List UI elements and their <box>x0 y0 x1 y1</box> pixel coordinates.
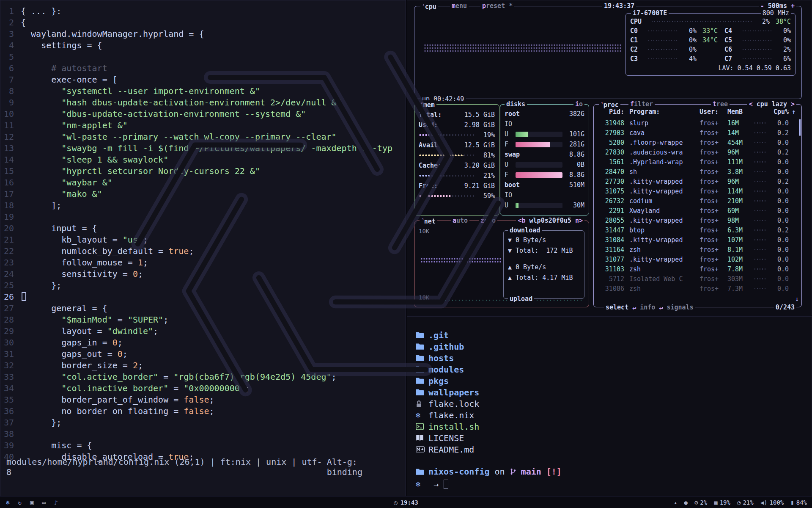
editor-line[interactable]: 2{ <box>0 17 406 28</box>
editor-line[interactable]: 5 <box>0 51 406 63</box>
editor-line[interactable]: 7 exec-once = [ <box>0 74 406 86</box>
process-row[interactable]: 31084.kitty-wrappedfros+107M0.0 <box>598 235 796 245</box>
btop-window[interactable]: ¹cpu menu preset * 19:43:37 - 500ms + i7… <box>407 0 812 315</box>
editor-line[interactable]: 35 border_part_of_window = false; <box>0 394 406 406</box>
editor-line[interactable]: 31 gaps_out = 0; <box>0 348 406 360</box>
process-row[interactable]: 31164zshfros+8.1M0.0 <box>598 245 796 254</box>
net-auto-button[interactable]: auto <box>451 217 469 224</box>
editor-line[interactable]: 18 ]; <box>0 200 406 211</box>
updates-icon[interactable]: ↻ <box>18 499 21 506</box>
editor-window[interactable]: 1{ ... }:2{3 wayland.windowManager.hyprl… <box>0 0 406 496</box>
editor-line[interactable]: 10 "dbus-update-activation-environment -… <box>0 108 406 120</box>
cpu-core-row: C20%C62% <box>630 45 791 54</box>
editor-line[interactable]: 28 "$mainMod" = "SUPER"; <box>0 314 406 326</box>
process-row[interactable]: 5280.floorp-wrappefros+454M0.0 <box>598 138 796 147</box>
cpu-module[interactable]: ⚙2% <box>694 499 707 506</box>
cpu-frequency: 800 MHz <box>761 9 791 17</box>
editor-line[interactable]: 21 kb_layout = "us"; <box>0 234 406 246</box>
line-number: 18 <box>0 200 21 211</box>
display-icon[interactable]: ▭ <box>42 499 45 506</box>
editor-line[interactable]: 15 "hyprctl setcursor Nordzy-cursors 22 … <box>0 166 406 177</box>
process-row[interactable]: 31075.kitty-wrappedfros+114M0.0 <box>598 186 796 196</box>
editor-line[interactable]: 14 "sleep 1 && swaylock" <box>0 154 406 166</box>
signals-button[interactable]: signals <box>667 304 694 311</box>
file-name: modules <box>428 364 464 375</box>
volume-module[interactable]: ◀)100% <box>760 499 784 506</box>
net-zero-button[interactable]: zero <box>479 217 497 224</box>
editor-line[interactable]: 17 "mako &" <box>0 188 406 200</box>
disk-module[interactable]: ◔21% <box>737 499 754 506</box>
io-mode-button[interactable]: io <box>573 100 584 108</box>
line-number: 19 <box>0 211 21 223</box>
editor-line[interactable]: 11 "nm-applet &" <box>0 120 406 131</box>
process-row[interactable]: 31086zshfros+7.3M0.0 <box>598 284 796 293</box>
editor-line[interactable]: 27 general = { <box>0 303 406 314</box>
editor-line[interactable]: 23 follow_mouse = 1; <box>0 257 406 268</box>
editor-line[interactable]: 6 # autostart <box>0 63 406 74</box>
line-number: 8 <box>0 86 21 97</box>
editor-line[interactable]: 26 <box>0 291 406 303</box>
editor-line[interactable]: 16 "waybar &" <box>0 177 406 188</box>
editor-line[interactable]: 29 layout = "dwindle"; <box>0 326 406 337</box>
process-row[interactable]: 26732codiumfros+210M0.0 <box>598 196 796 206</box>
process-row[interactable]: 31447btopfros+6.3M0.2 <box>598 225 796 235</box>
editor-line[interactable]: 25 }; <box>0 280 406 291</box>
menu-button[interactable]: menu <box>450 2 469 10</box>
update-interval-control[interactable]: - 500ms + <box>759 2 796 10</box>
process-row[interactable]: 31077.kitty-wrappedfros+102M0.0 <box>598 254 796 264</box>
memory-module[interactable]: ▦19% <box>714 499 730 506</box>
editor-line[interactable]: 8 "systemctl --user import-environment &… <box>0 86 406 97</box>
tray-arrow-icon[interactable]: ▴ <box>674 499 677 506</box>
net-interface-selector[interactable]: <b wlp0s20f0u5 n> <box>516 217 584 224</box>
editor-line[interactable]: 9 "hash dbus-update-activation-environme… <box>0 97 406 108</box>
code-token: ; <box>143 235 148 245</box>
scroll-down-arrow[interactable]: ↓ <box>795 295 799 303</box>
editor-line[interactable]: 38 <box>0 428 406 440</box>
filter-button[interactable]: filter <box>628 100 655 108</box>
process-row[interactable]: 31948slurpfros+16M0.0 <box>598 118 796 128</box>
editor-line[interactable]: 24 sensitivity = 0; <box>0 268 406 280</box>
editor-line[interactable]: 19 <box>0 211 406 223</box>
process-row[interactable]: 28470shfros+3.8M0.0 <box>598 167 796 177</box>
process-row[interactable]: 5712Isolated Web Cfros+303M0.0 <box>598 274 796 284</box>
tree-button[interactable]: tree <box>711 100 730 108</box>
process-row[interactable]: 27830.audacious-wrafros+96M0.2 <box>598 147 796 157</box>
editor-line[interactable]: 30 gaps_in = 0; <box>0 337 406 348</box>
preset-button[interactable]: preset * <box>480 2 514 10</box>
editor-buffer[interactable]: 1{ ... }:2{3 wayland.windowManager.hyprl… <box>0 0 406 463</box>
clock-module[interactable]: ◷ 19:43 <box>394 499 418 506</box>
workspaces-icon[interactable]: ▣ <box>30 499 33 506</box>
tray-app-icon[interactable]: ● <box>684 499 687 506</box>
scrollbar-thumb[interactable] <box>799 119 801 136</box>
process-row[interactable]: 31103zshfros+7.8M0.0 <box>598 264 796 274</box>
process-row[interactable]: 28055.kitty-wrappedfros+98M0.0 <box>598 215 796 225</box>
editor-line[interactable]: 34 "col.inactive_border" = "0x00000000"; <box>0 383 406 394</box>
editor-line[interactable]: 33 "col.active_border" = "rgb(cba6f7) rg… <box>0 371 406 383</box>
net-scale-bottom: 10K <box>419 294 429 301</box>
select-button[interactable]: select <box>606 304 628 311</box>
editor-line[interactable]: 36 no_border_on_floating = false; <box>0 406 406 417</box>
process-row[interactable]: 2291Xwaylandfros+69M0.0 <box>598 206 796 215</box>
editor-line[interactable]: 37 }; <box>0 417 406 428</box>
editor-line[interactable]: 32 border_size = 2; <box>0 360 406 371</box>
shell-input-line[interactable]: ❄ → <box>416 478 812 491</box>
editor-line[interactable]: 4 settings = { <box>0 40 406 51</box>
sort-selector[interactable]: < cpu lazy > <box>747 100 796 108</box>
media-icon[interactable]: ♪ <box>54 499 58 506</box>
process-row[interactable]: 1561.Hyprland-wrapfros+111M0.0 <box>598 157 796 167</box>
editor-line[interactable]: 13 "swaybg -m fill -i $(find ~/Pictures/… <box>0 143 406 154</box>
nix-logo-icon[interactable]: ❄ <box>6 499 9 506</box>
process-row[interactable]: 27730.kitty-wrappedfros+96M0.2 <box>598 177 796 186</box>
info-button[interactable]: info <box>640 304 655 311</box>
battery-module[interactable]: ▮84% <box>790 499 807 506</box>
process-row[interactable]: 27903cavafros+14M0.2 <box>598 128 796 138</box>
editor-line[interactable]: 1{ ... }: <box>0 6 406 17</box>
editor-line[interactable]: 20 input = { <box>0 223 406 234</box>
editor-line[interactable]: 3 wayland.windowManager.hyprland = { <box>0 28 406 40</box>
editor-line[interactable]: 22 numlock_by_default = true; <box>0 246 406 257</box>
editor-line[interactable]: 12 "wl-paste --primary --watch wl-copy -… <box>0 131 406 143</box>
sort-direction-arrow[interactable]: ↑ <box>789 108 796 116</box>
editor-line[interactable]: 39 misc = { <box>0 440 406 451</box>
terminal-window[interactable]: .git.githubhostsmodulespkgswallpapersfla… <box>407 316 812 496</box>
process-table-header[interactable]: Pid: Program: User: MemB Cpu% ↑ <box>598 108 796 116</box>
